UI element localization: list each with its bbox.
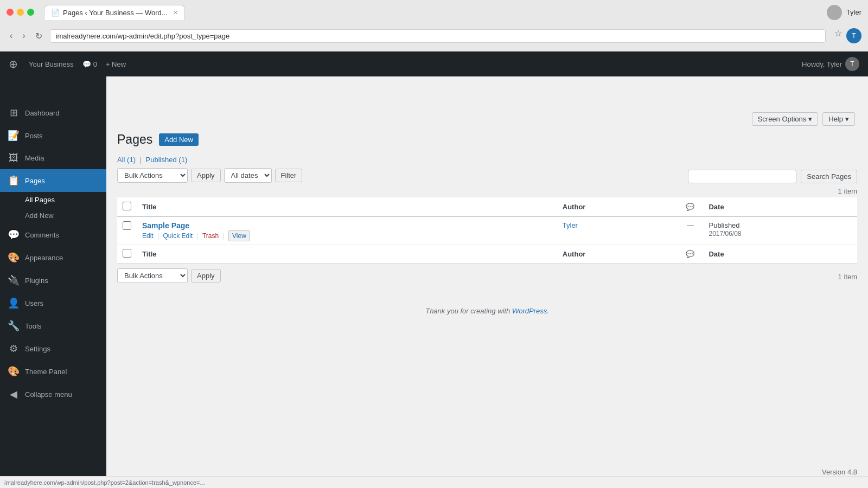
dates-select[interactable]: All dates <box>224 168 272 183</box>
browser-dots <box>7 9 34 16</box>
sidebar-label-comments: Comments <box>25 231 59 239</box>
row-checkbox[interactable] <box>123 221 131 230</box>
maximize-dot[interactable] <box>27 9 34 16</box>
tools-icon: 🔧 <box>8 320 20 332</box>
edit-action[interactable]: Edit <box>142 232 154 240</box>
filter-published[interactable]: Published (1) <box>146 156 188 164</box>
item-count-top: 1 item <box>838 187 857 195</box>
main-content: Screen Options ▾ Help ▾ Pages Add New Al… <box>106 76 868 488</box>
help-arrow-icon: ▾ <box>845 115 849 123</box>
plugins-icon: 🔌 <box>8 274 20 286</box>
footer-date[interactable]: Date <box>703 245 857 264</box>
sidebar-label-collapse: Collapse menu <box>25 390 72 399</box>
comments-dash: — <box>687 221 694 229</box>
sidebar-item-media[interactable]: 🖼 Media <box>0 147 106 169</box>
screen-options-label: Screen Options <box>758 115 807 123</box>
page-title-link[interactable]: Sample Page <box>142 221 189 230</box>
minimize-dot[interactable] <box>17 9 24 16</box>
admin-bar-comments[interactable]: 💬 0 <box>82 60 97 68</box>
admin-bar-new[interactable]: + New <box>106 60 126 68</box>
refresh-button[interactable]: ↻ <box>32 30 46 42</box>
quick-edit-action[interactable]: Quick Edit <box>163 232 193 240</box>
sidebar-item-collapse[interactable]: ◀ Collapse menu <box>0 383 106 406</box>
col-title[interactable]: Title <box>137 197 557 217</box>
address-bar[interactable] <box>50 29 826 43</box>
sidebar-label-plugins: Plugins <box>25 277 48 285</box>
col-author[interactable]: Author <box>557 197 678 217</box>
sidebar-label-pages: Pages <box>25 177 45 185</box>
admin-bar-site[interactable]: Your Business <box>29 60 74 68</box>
sidebar-label-tools: Tools <box>25 322 41 330</box>
search-pages-button[interactable]: Search Pages <box>801 170 857 183</box>
wordpress-link[interactable]: WordPress <box>512 307 547 315</box>
status-url: imalreadyhere.com/wp-admin/post.php?post… <box>4 479 205 486</box>
date-status: Published <box>709 221 739 229</box>
apply-button-bottom[interactable]: Apply <box>191 269 221 282</box>
browser-chrome: 📄 Pages ‹ Your Business — Word... ✕ Tyle… <box>0 0 868 52</box>
col-comments[interactable]: 💬 <box>677 197 703 217</box>
sidebar-item-plugins[interactable]: 🔌 Plugins <box>0 269 106 292</box>
tab-title: Pages ‹ Your Business — Word... <box>63 9 168 17</box>
sidebar-item-theme-panel[interactable]: 🎨 Theme Panel <box>0 360 106 383</box>
settings-icon: ⚙ <box>8 343 20 355</box>
sidebar-item-pages[interactable]: 📋 Pages <box>0 169 106 192</box>
bulk-actions-select-bottom[interactable]: Bulk Actions <box>117 268 188 283</box>
version-info: Version 4.8 <box>822 468 857 476</box>
submenu-add-new[interactable]: Add New <box>0 208 106 223</box>
back-button[interactable]: ‹ <box>7 30 16 42</box>
select-all-checkbox[interactable] <box>123 202 131 210</box>
footer-date-label: Date <box>709 250 724 258</box>
author-link[interactable]: Tyler <box>563 221 578 229</box>
view-action[interactable]: View <box>228 230 250 241</box>
avatar-initial: T <box>850 60 854 68</box>
appearance-icon: 🎨 <box>8 252 20 264</box>
profile-icon[interactable]: T <box>846 28 861 43</box>
footer-author[interactable]: Author <box>557 245 678 264</box>
page-title: Pages <box>117 132 152 147</box>
page-header: Pages Add New <box>117 132 857 147</box>
browser-user: Tyler <box>846 8 861 16</box>
sidebar-label-dashboard: Dashboard <box>25 109 60 117</box>
submenu-all-pages[interactable]: All Pages <box>0 192 106 208</box>
trash-action[interactable]: Trash <box>202 232 219 240</box>
wp-logo-icon[interactable]: ⊕ <box>9 57 18 70</box>
users-icon: 👤 <box>8 297 20 309</box>
avatar[interactable]: T <box>845 57 859 71</box>
admin-bar: ⊕ Your Business 💬 0 + New Howdy, Tyler T <box>0 52 868 76</box>
table-footer-row: Title Author 💬 Date <box>117 245 857 264</box>
apply-button-top[interactable]: Apply <box>191 169 221 182</box>
filter-separator: | <box>140 156 144 164</box>
col-date[interactable]: Date <box>703 197 857 217</box>
footer-title[interactable]: Title <box>137 245 557 264</box>
sidebar-item-settings[interactable]: ⚙ Settings <box>0 337 106 360</box>
filter-button[interactable]: Filter <box>275 169 303 182</box>
sidebar-item-tools[interactable]: 🔧 Tools <box>0 314 106 337</box>
sidebar-item-comments[interactable]: 💬 Comments <box>0 223 106 246</box>
browser-tab[interactable]: 📄 Pages ‹ Your Business — Word... ✕ <box>44 5 185 20</box>
search-pages-input[interactable] <box>688 170 796 183</box>
bulk-actions-select-top[interactable]: Bulk Actions <box>117 168 188 183</box>
sidebar-item-appearance[interactable]: 🎨 Appearance <box>0 246 106 269</box>
bookmark-icon[interactable]: ☆ <box>834 28 842 43</box>
filter-all[interactable]: All (1) <box>117 156 138 164</box>
close-dot[interactable] <box>7 9 14 16</box>
add-new-button[interactable]: Add New <box>159 133 199 146</box>
col-cb <box>117 197 137 217</box>
sep1: | <box>157 232 161 240</box>
admin-bar-right: Howdy, Tyler T <box>802 57 859 71</box>
screen-options-button[interactable]: Screen Options ▾ <box>752 112 819 126</box>
sidebar-item-dashboard[interactable]: ⊞ Dashboard <box>0 101 106 124</box>
footer-title-label: Title <box>142 250 157 258</box>
sidebar-item-posts[interactable]: 📝 Posts <box>0 124 106 147</box>
sidebar-item-users[interactable]: 👤 Users <box>0 292 106 314</box>
status-bar: imalreadyhere.com/wp-admin/post.php?post… <box>0 476 868 488</box>
screen-options-arrow-icon: ▾ <box>808 115 812 123</box>
pages-submenu: All Pages Add New <box>0 192 106 223</box>
help-button[interactable]: Help ▾ <box>822 112 855 126</box>
footer-comments[interactable]: 💬 <box>677 245 703 264</box>
forward-button[interactable]: › <box>19 30 28 42</box>
date-value: 2017/06/08 <box>709 230 741 237</box>
footer-select-all[interactable] <box>123 249 131 258</box>
tab-close-icon[interactable]: ✕ <box>173 9 178 16</box>
sidebar-label-posts: Posts <box>25 132 43 140</box>
